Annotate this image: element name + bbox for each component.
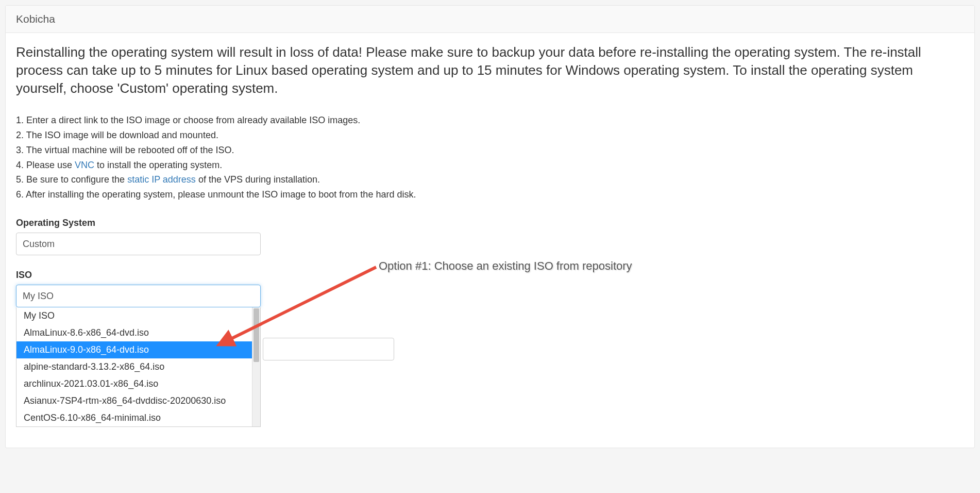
step5-pre: 5. Be sure to configure the [16,174,127,185]
iso-option[interactable]: AlmaLinux-9.0-x86_64-dvd.iso [16,341,260,358]
iso-dropdown-list: My ISO AlmaLinux-8.6-x86_64-dvd.iso Alma… [16,307,261,427]
instruction-step-4: 4. Please use VNC to install the operati… [16,158,964,173]
instruction-step-2: 2. The ISO image will be download and mo… [16,128,964,143]
iso-option[interactable]: Asianux-7SP4-rtm-x86_64-dvddisc-20200630… [16,392,260,409]
instruction-step-1: 1. Enter a direct link to the ISO image … [16,113,964,128]
main-panel: Kobicha Reinstalling the operating syste… [5,5,975,448]
instruction-step-6: 6. After installing the operating system… [16,187,964,202]
iso-option[interactable]: alpine-standard-3.13.2-x86_64.iso [16,358,260,375]
iso-option[interactable]: archlinux-2021.03.01-x86_64.iso [16,375,260,392]
iso-select-value: My ISO [23,291,54,302]
instructions-list: 1. Enter a direct link to the ISO image … [16,113,964,202]
os-select[interactable]: Custom [16,233,261,255]
step4-post: to install the operating system. [94,160,222,170]
panel-body: Reinstalling the operating system will r… [6,33,974,448]
iso-label: ISO [16,270,964,281]
dropdown-scrollbar-thumb[interactable] [254,308,259,362]
iso-url-input[interactable] [263,338,394,360]
iso-select[interactable]: My ISO [16,285,261,307]
panel-header: Kobicha [6,6,974,33]
vnc-link[interactable]: VNC [75,160,94,170]
step5-post: of the VPS during installation. [196,174,320,185]
warning-text: Reinstalling the operating system will r… [16,43,964,97]
instruction-step-3: 3. The virtual machine will be rebooted … [16,143,964,158]
iso-option[interactable]: AlmaLinux-8.6-x86_64-dvd.iso [16,324,260,341]
iso-option[interactable]: My ISO [16,307,260,324]
iso-option[interactable]: CentOS-6.10-x86_64-minimal.iso [16,409,260,426]
instruction-step-5: 5. Be sure to configure the static IP ad… [16,172,964,187]
step4-pre: 4. Please use [16,160,75,170]
static-ip-link[interactable]: static IP address [127,174,196,185]
panel-title: Kobicha [16,13,55,25]
dropdown-scrollbar[interactable] [252,307,260,426]
os-label: Operating System [16,218,964,228]
os-select-value: Custom [23,239,55,250]
